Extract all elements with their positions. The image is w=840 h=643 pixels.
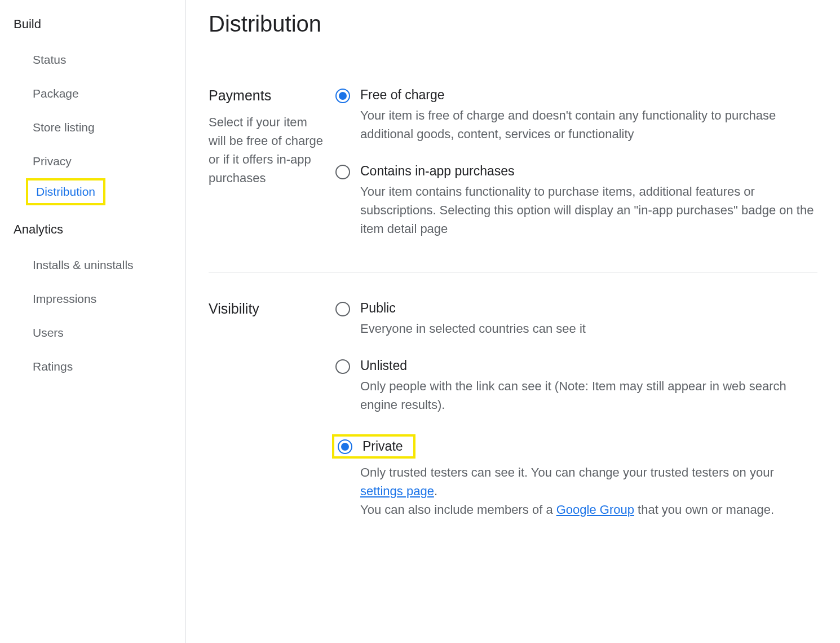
- private-desc-mid2: You can also include members of a: [360, 503, 556, 517]
- option-inapp-desc: Your item contains functionality to purc…: [360, 182, 817, 238]
- radio-free[interactable]: [335, 89, 350, 103]
- payments-description: Select if your item will be free of char…: [209, 113, 324, 187]
- sidebar-header-analytics: Analytics: [0, 217, 185, 248]
- section-visibility-label-col: Visibility: [209, 301, 335, 519]
- highlight-distribution: Distribution: [26, 178, 105, 205]
- sidebar-item-impressions[interactable]: Impressions: [0, 282, 110, 316]
- sidebar-item-privacy[interactable]: Privacy: [0, 144, 85, 178]
- link-google-group[interactable]: Google Group: [556, 503, 634, 517]
- option-unlisted-desc: Only people with the link can see it (No…: [360, 377, 817, 414]
- radio-public[interactable]: [335, 302, 350, 316]
- payments-label: Payments: [209, 87, 324, 104]
- sidebar-section-analytics: Analytics Installs & uninstalls Impressi…: [0, 217, 185, 384]
- option-public-title: Public: [360, 301, 817, 316]
- option-private-desc: Only trusted testers can see it. You can…: [360, 463, 817, 519]
- sidebar-section-build: Build Status Package Store listing Priva…: [0, 11, 185, 205]
- sidebar-item-status[interactable]: Status: [0, 43, 80, 77]
- radio-inapp[interactable]: [335, 165, 350, 179]
- option-free-desc: Your item is free of charge and doesn't …: [360, 106, 817, 143]
- sidebar-item-ratings[interactable]: Ratings: [0, 350, 86, 384]
- sidebar-item-installs[interactable]: Installs & uninstalls: [0, 248, 147, 282]
- private-desc-mid1: .: [434, 484, 437, 498]
- sidebar-item-package[interactable]: Package: [0, 77, 92, 111]
- option-public-desc: Everyone in selected countries can see i…: [360, 319, 817, 338]
- sidebar-header-build: Build: [0, 11, 185, 43]
- sidebar: Build Status Package Store listing Priva…: [0, 0, 186, 643]
- link-settings-page[interactable]: settings page: [360, 484, 434, 498]
- highlight-private: Private: [332, 434, 415, 459]
- radio-option-public[interactable]: Public Everyone in selected countries ca…: [335, 301, 817, 338]
- radio-option-inapp[interactable]: Contains in-app purchases Your item cont…: [335, 164, 817, 238]
- visibility-options: Public Everyone in selected countries ca…: [335, 301, 817, 519]
- option-free-title: Free of charge: [360, 87, 817, 103]
- page-title: Distribution: [209, 11, 817, 37]
- payments-options: Free of charge Your item is free of char…: [335, 87, 817, 238]
- sidebar-item-users[interactable]: Users: [0, 316, 77, 350]
- section-payments: Payments Select if your item will be fre…: [209, 87, 817, 272]
- section-payments-label-col: Payments Select if your item will be fre…: [209, 87, 335, 238]
- main-content: Distribution Payments Select if your ite…: [186, 0, 840, 643]
- radio-private[interactable]: [338, 439, 352, 454]
- private-desc-prefix: Only trusted testers can see it. You can…: [360, 465, 774, 479]
- section-visibility: Visibility Public Everyone in selected c…: [209, 301, 817, 553]
- option-inapp-title: Contains in-app purchases: [360, 164, 817, 179]
- visibility-label: Visibility: [209, 301, 324, 317]
- sidebar-item-store-listing[interactable]: Store listing: [0, 111, 108, 144]
- option-private-title: Private: [362, 439, 403, 454]
- radio-option-private[interactable]: Private Only trusted testers can see it.…: [335, 434, 817, 519]
- radio-option-unlisted[interactable]: Unlisted Only people with the link can s…: [335, 358, 817, 414]
- radio-unlisted[interactable]: [335, 359, 350, 374]
- sidebar-item-distribution[interactable]: Distribution: [32, 182, 100, 202]
- private-desc-suffix: that you own or manage.: [634, 503, 774, 517]
- radio-option-free[interactable]: Free of charge Your item is free of char…: [335, 87, 817, 143]
- option-unlisted-title: Unlisted: [360, 358, 817, 373]
